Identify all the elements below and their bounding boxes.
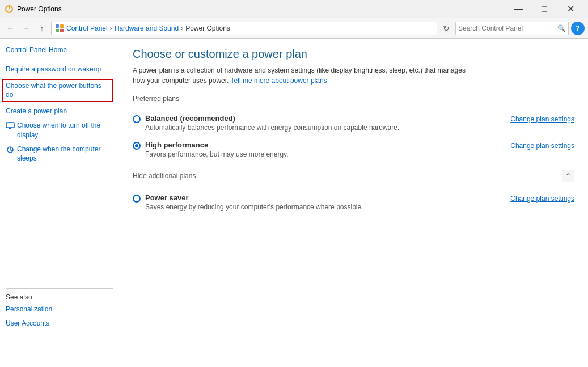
plan-power-saver-radio[interactable]	[133, 195, 141, 203]
control-panel-icon	[55, 24, 64, 33]
plan-balanced-name: Balanced (recommended)	[145, 114, 399, 123]
title-bar-text: Power Options	[17, 5, 505, 13]
plan-high-performance: High performance Favors performance, but…	[133, 136, 574, 163]
plan-balanced-desc: Automatically balances performance with …	[145, 124, 399, 132]
svg-rect-3	[60, 24, 64, 28]
sidebar-home-section: Control Panel Home	[6, 45, 113, 55]
svg-rect-1	[9, 6, 10, 9]
plan-high-performance-desc: Favors performance, but may use more ene…	[145, 150, 289, 158]
sidebar-divider-2	[6, 288, 113, 289]
svg-rect-5	[60, 29, 64, 32]
additional-plans-divider	[200, 176, 557, 176]
close-button[interactable]: ✕	[557, 0, 583, 18]
svg-rect-6	[6, 123, 14, 128]
content-area: Choose or customize a power plan A power…	[119, 39, 588, 367]
forward-button[interactable]: →	[19, 22, 33, 35]
breadcrumb: Control Panel › Hardware and Sound › Pow…	[51, 22, 437, 35]
plan-balanced-radio[interactable]	[133, 115, 141, 123]
see-also-label: See also	[6, 293, 113, 301]
back-button[interactable]: ←	[3, 22, 17, 35]
page-description: A power plan is a collection of hardware…	[133, 65, 473, 86]
sidebar-turn-off-display[interactable]: Choose when to turn off the display	[6, 121, 113, 140]
title-bar: Power Options — □ ✕	[0, 0, 588, 18]
address-bar: ← → ↑ Control Panel › Hardware and Sound…	[0, 18, 588, 39]
search-icon: 🔍	[557, 24, 566, 32]
help-button[interactable]: ?	[571, 22, 585, 35]
sidebar-create-plan[interactable]: Create a power plan	[6, 107, 113, 116]
breadcrumb-current: Power Options	[185, 24, 230, 32]
plan-power-saver-change-settings[interactable]: Change plan settings	[510, 195, 574, 203]
sidebar-divider-1	[6, 60, 113, 60]
preferred-plans-divider	[184, 99, 574, 99]
plan-high-performance-change-settings[interactable]: Change plan settings	[510, 142, 574, 150]
learn-more-link[interactable]: Tell me more about power plans	[231, 77, 327, 85]
maximize-button[interactable]: □	[531, 0, 557, 18]
svg-rect-2	[56, 24, 59, 28]
svg-rect-7	[9, 128, 11, 129]
breadcrumb-hardware[interactable]: Hardware and Sound	[115, 24, 179, 32]
sidebar-power-buttons[interactable]: Choose what the power buttons do	[2, 79, 113, 103]
plan-balanced-change-settings[interactable]: Change plan settings	[510, 115, 574, 123]
sidebar-personalization[interactable]: Personalization	[6, 305, 113, 314]
sidebar-control-panel-home[interactable]: Control Panel Home	[6, 45, 113, 55]
plan-power-saver-desc: Saves energy by reducing your computer's…	[145, 203, 363, 211]
plan-power-saver-name: Power saver	[145, 193, 363, 202]
sidebar-change-sleep[interactable]: Change when the computer sleeps	[6, 145, 113, 164]
breadcrumb-control-panel[interactable]: Control Panel	[66, 24, 108, 32]
up-button[interactable]: ↑	[35, 22, 49, 35]
search-input[interactable]	[458, 24, 557, 32]
preferred-plans-header: Preferred plans	[133, 95, 574, 103]
plan-high-performance-name: High performance	[145, 141, 289, 149]
refresh-button[interactable]: ↻	[439, 22, 453, 35]
app-icon	[5, 5, 14, 14]
plan-balanced: Balanced (recommended) Automatically bal…	[133, 109, 574, 136]
page-title: Choose or customize a power plan	[133, 48, 574, 61]
plan-high-performance-radio[interactable]	[133, 142, 141, 150]
preferred-plans-label: Preferred plans	[133, 95, 179, 103]
window-controls: — □ ✕	[505, 0, 583, 18]
collapse-additional-plans-button[interactable]: ⌃	[562, 170, 574, 182]
sidebar-user-accounts[interactable]: User Accounts	[6, 319, 113, 328]
hide-additional-label: Hide additional plans	[133, 172, 196, 180]
main-layout: Control Panel Home Require a password on…	[0, 39, 588, 367]
sidebar-require-password[interactable]: Require a password on wakeup	[6, 65, 113, 74]
svg-rect-8	[8, 129, 12, 129]
sleep-icon	[6, 145, 15, 154]
sidebar: Control Panel Home Require a password on…	[0, 39, 119, 367]
svg-rect-4	[56, 29, 59, 32]
search-box: 🔍	[455, 22, 569, 35]
see-also-section: See also Personalization User Accounts	[6, 284, 113, 333]
plan-power-saver: Power saver Saves energy by reducing you…	[133, 189, 574, 216]
monitor-icon	[6, 121, 15, 130]
minimize-button[interactable]: —	[505, 0, 531, 18]
additional-plans-header: Hide additional plans ⌃	[133, 170, 574, 182]
